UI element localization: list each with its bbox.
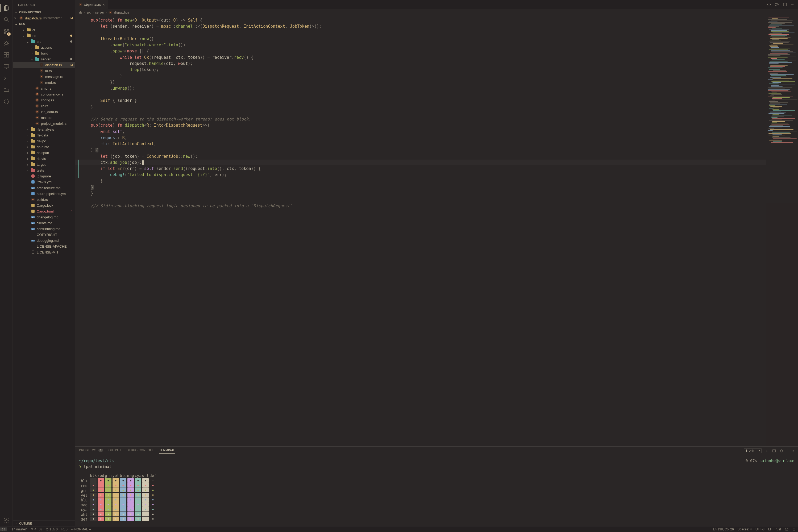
status-rls[interactable]: RLS bbox=[61, 528, 68, 531]
close-icon[interactable]: × bbox=[13, 16, 18, 20]
tree-file[interactable]: .gitignore bbox=[13, 173, 75, 179]
tree-file[interactable]: M↓ clients.md bbox=[13, 220, 75, 226]
crumb[interactable]: src bbox=[87, 11, 91, 14]
tree-folder[interactable]: › rls-span bbox=[13, 150, 75, 156]
open-editors-header[interactable]: ⌄ OPEN EDITORS bbox=[13, 9, 75, 15]
activity-debug[interactable] bbox=[0, 37, 13, 49]
tree-folder[interactable]: › rls-analysis bbox=[13, 126, 75, 132]
tree-file[interactable]: COPYRIGHT bbox=[13, 232, 75, 238]
color-grid: blkredgrnyelblumagcyawhtdefblkredgrnyelb… bbox=[79, 473, 794, 521]
tree-file[interactable]: M↓ debugging.md bbox=[13, 238, 75, 243]
terminal-select[interactable]: 1: zsh bbox=[744, 449, 762, 453]
tree-folder[interactable]: ⌄ src bbox=[13, 39, 75, 44]
tree-label: Cargo.toml bbox=[37, 209, 54, 213]
status-bell-icon[interactable] bbox=[792, 528, 796, 531]
tree-file[interactable]: M↓ contributing.md bbox=[13, 226, 75, 232]
chevron-icon: ⌄ bbox=[22, 34, 25, 38]
terminal-selector[interactable]: 1: zsh bbox=[744, 449, 762, 453]
status-remote[interactable] bbox=[0, 528, 7, 531]
new-terminal-icon[interactable]: ＋ bbox=[765, 449, 768, 453]
activity-remote[interactable] bbox=[0, 61, 13, 72]
tree-file[interactable]: R config.rs bbox=[13, 97, 75, 103]
tree-folder[interactable]: ⌄ rls bbox=[13, 33, 75, 39]
tab-debug-console[interactable]: DEBUG CONSOLE bbox=[127, 449, 154, 453]
tree-file[interactable]: Cargo.lock bbox=[13, 203, 75, 208]
activity-settings[interactable] bbox=[0, 514, 13, 526]
activity-folder[interactable] bbox=[0, 84, 13, 96]
tree-folder[interactable]: › actions bbox=[13, 44, 75, 50]
tree-file[interactable]: R lsp_data.rs bbox=[13, 109, 75, 115]
open-editors-label: OPEN EDITORS bbox=[19, 11, 41, 14]
terminal-body[interactable]: 0.07s sainnhe@surface ~/repo/test/rls ❯ … bbox=[75, 455, 798, 526]
tree-label: rls-vfs bbox=[37, 157, 46, 161]
status-indent[interactable]: Spaces: 4 bbox=[738, 528, 752, 531]
tree-file[interactable]: R build.rs bbox=[13, 196, 75, 203]
status-encoding[interactable]: UTF-8 bbox=[756, 528, 764, 531]
tree-file[interactable]: R lib.rs bbox=[13, 103, 75, 109]
tab-dispatch[interactable]: R dispatch.rs × bbox=[75, 0, 108, 9]
tree-folder[interactable]: › rls-rustc bbox=[13, 144, 75, 150]
tree-file[interactable]: M↓ changelog.md bbox=[13, 214, 75, 220]
split-terminal-icon[interactable] bbox=[772, 449, 776, 453]
editor[interactable]: pub(crate) fn new<O: Output>(out: O) -> … bbox=[75, 16, 798, 446]
file-tree[interactable]: › ci ⌄ rls ⌄ src › actions › build ⌄ ser… bbox=[13, 27, 75, 520]
tree-label: .gitignore bbox=[37, 174, 51, 178]
status-branch[interactable]: master* bbox=[12, 528, 27, 531]
tree-folder[interactable]: › target bbox=[13, 162, 75, 167]
activity-extensions[interactable] bbox=[0, 49, 13, 61]
file-type-icon: R bbox=[35, 115, 39, 120]
crumb[interactable]: server bbox=[95, 11, 104, 14]
tree-file[interactable]: R dispatch.rs M bbox=[13, 62, 75, 68]
status-eol[interactable]: LF bbox=[768, 528, 772, 531]
trash-icon[interactable] bbox=[780, 449, 783, 453]
close-panel-icon[interactable]: × bbox=[793, 449, 794, 453]
tab-problems[interactable]: PROBLEMS 1 bbox=[79, 449, 103, 453]
tree-folder[interactable]: › rls-vfs bbox=[13, 156, 75, 162]
git-icon[interactable] bbox=[775, 2, 779, 7]
status-cursor-pos[interactable]: Ln 138, Col 26 bbox=[713, 528, 734, 531]
activity-explorer[interactable] bbox=[0, 2, 13, 14]
tab-output[interactable]: OUTPUT bbox=[109, 449, 121, 453]
tree-file[interactable]: R concurrency.rs bbox=[13, 91, 75, 97]
activity-terminal[interactable] bbox=[0, 72, 13, 84]
breadcrumb[interactable]: rls› src› server› R dispatch.rs bbox=[75, 9, 798, 16]
more-icon[interactable]: ⋯ bbox=[791, 3, 794, 7]
tree-file[interactable]: LICENSE-APACHE bbox=[13, 243, 75, 249]
tree-folder[interactable]: ⌄ server bbox=[13, 56, 75, 62]
crumb[interactable]: dispatch.rs bbox=[114, 11, 130, 14]
tab-terminal[interactable]: TERMINAL bbox=[159, 449, 175, 454]
tree-folder[interactable]: › build bbox=[13, 50, 75, 56]
crumb[interactable]: rls bbox=[79, 11, 82, 14]
tree-file[interactable]: R cmd.rs bbox=[13, 86, 75, 91]
maximize-panel-icon[interactable]: ˄ bbox=[787, 449, 789, 453]
tree-folder[interactable]: › rls-ipc bbox=[13, 138, 75, 144]
status-problems[interactable]: ⊘ 1 ⚠ 0 bbox=[46, 528, 57, 531]
status-sync[interactable]: ⟳ 4↓ 0↑ bbox=[31, 528, 42, 531]
open-editor-item[interactable]: × R dispatch.rs rls/src/server M bbox=[13, 15, 75, 21]
split-icon[interactable] bbox=[783, 2, 787, 7]
compare-icon[interactable] bbox=[767, 2, 771, 7]
workspace-header[interactable]: ⌄ RLS bbox=[13, 21, 75, 27]
tree-file[interactable]: .travis.yml bbox=[13, 179, 75, 185]
tree-file[interactable]: R io.rs bbox=[13, 68, 75, 74]
tree-folder[interactable]: › rls-data bbox=[13, 132, 75, 138]
tree-folder[interactable]: › tests bbox=[13, 167, 75, 173]
tree-file[interactable]: azure-pipelines.yml bbox=[13, 191, 75, 196]
tree-file[interactable]: Cargo.toml 1 bbox=[13, 208, 75, 214]
activity-search[interactable] bbox=[0, 14, 13, 25]
tree-folder[interactable]: › ci bbox=[13, 27, 75, 33]
tree-file[interactable]: R message.rs bbox=[13, 74, 75, 79]
tree-file[interactable]: R mod.rs bbox=[13, 79, 75, 86]
outline-header[interactable]: › OUTLINE bbox=[13, 520, 75, 526]
tree-file[interactable]: R main.rs bbox=[13, 115, 75, 120]
tree-file[interactable]: R project_model.rs bbox=[13, 120, 75, 126]
minimap[interactable] bbox=[766, 16, 798, 446]
tree-file[interactable]: M↓ architecture.md bbox=[13, 185, 75, 191]
status-language[interactable]: rust bbox=[776, 528, 781, 531]
close-icon[interactable]: × bbox=[103, 3, 105, 7]
file-type-icon bbox=[31, 145, 35, 149]
activity-scm[interactable]: 1 bbox=[0, 25, 13, 37]
status-feedback-icon[interactable] bbox=[785, 528, 788, 531]
activity-sync[interactable] bbox=[0, 96, 13, 108]
tree-file[interactable]: LICENSE-MIT bbox=[13, 249, 75, 255]
